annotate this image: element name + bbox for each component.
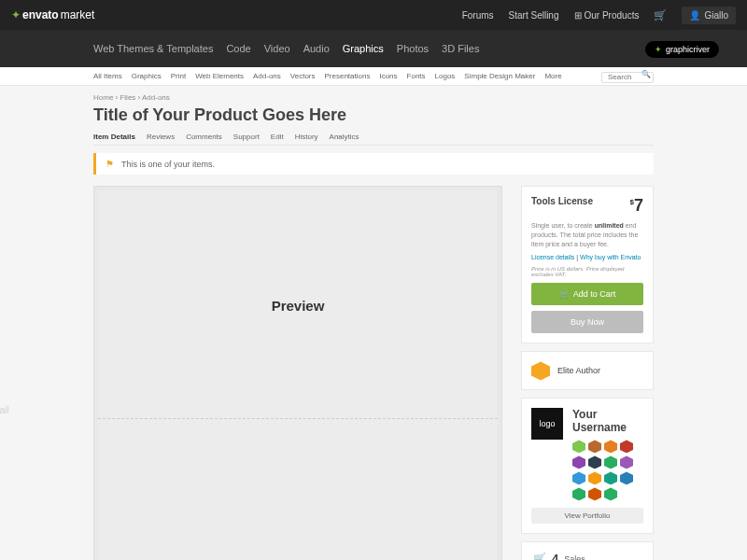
tab-edit[interactable]: Edit [271, 133, 284, 145]
author-username[interactable]: Your Username [572, 408, 643, 434]
breadcrumb-home[interactable]: Home [93, 93, 113, 102]
achievement-badge-14 [604, 487, 617, 500]
thumbnail-note: Preview Thumbnail Limit 590px x 590px [0, 404, 11, 441]
nav-video[interactable]: Video [264, 43, 290, 54]
preview-label: Preview [272, 298, 325, 314]
tab-analytics[interactable]: Analytics [330, 133, 359, 145]
price: $7 [630, 196, 643, 216]
tab-support[interactable]: Support [233, 133, 260, 145]
achievement-badge-11 [620, 471, 633, 484]
cart-icon: 🛒 [533, 553, 546, 560]
achievement-badge-5 [588, 455, 601, 469]
achievement-badge-12 [572, 487, 585, 500]
user-menu[interactable]: 👤 Giallo [682, 7, 736, 24]
search-icon[interactable]: 🔍 [641, 70, 651, 78]
subnav-graphics[interactable]: Graphics [132, 72, 162, 80]
achievement-badge-1 [588, 440, 601, 453]
achievement-badge-8 [572, 471, 585, 484]
graphicriver-badge: ✦ graphicriver [645, 41, 719, 58]
alert-text: This is one of your items. [121, 160, 215, 169]
achievement-badge-13 [588, 487, 601, 500]
achievement-badge-0 [572, 440, 585, 453]
forums-link[interactable]: Forums [462, 10, 494, 21]
subnav-presentations[interactable]: Presentations [325, 72, 371, 80]
subnav-all-items[interactable]: All Items [93, 72, 122, 80]
license-details-link[interactable]: License details [531, 254, 574, 260]
achievement-badge-2 [604, 440, 617, 453]
breadcrumb-add-ons[interactable]: Add-ons [142, 93, 170, 102]
logo-sub: market [61, 8, 95, 21]
subnav-icons[interactable]: Icons [379, 72, 397, 80]
tab-comments[interactable]: Comments [186, 133, 222, 145]
tab-history[interactable]: History [295, 133, 318, 145]
sales-stat: 🛒 4 Sales [531, 546, 643, 560]
achievement-badge-9 [588, 471, 601, 484]
our-products-link[interactable]: ⊞Our Products [574, 10, 640, 21]
nav-graphics[interactable]: Graphics [343, 43, 384, 54]
leaf-icon: ✦ [11, 8, 21, 21]
leaf-icon: ✦ [655, 45, 662, 54]
achievement-badge-7 [620, 455, 633, 469]
subnav-logos[interactable]: Logos [435, 72, 456, 80]
achievement-badge-10 [604, 471, 617, 484]
subnav-vectors[interactable]: Vectors [290, 72, 316, 80]
buy-now-button[interactable]: Buy Now [531, 311, 643, 333]
author-avatar[interactable]: logo [531, 408, 563, 440]
breadcrumb: Home › Files › Add-ons [93, 93, 654, 102]
nav-photos[interactable]: Photos [397, 43, 429, 54]
logo-brand: envato [22, 8, 59, 21]
subnav-add-ons[interactable]: Add-ons [253, 72, 281, 80]
license-description: Single user, to create unlimited end pro… [531, 221, 643, 248]
alert-banner: ⚑ This is one of your items. [93, 153, 654, 175]
why-buy-link[interactable]: Why buy with Envato [580, 254, 641, 260]
achievement-badge-4 [572, 455, 585, 469]
subnav-fonts[interactable]: Fonts [407, 72, 426, 80]
nav-web-themes-templates[interactable]: Web Themes & Templates [93, 43, 213, 54]
user-name: Giallo [704, 10, 728, 21]
nav--d-files[interactable]: 3D Files [442, 43, 479, 54]
achievement-badge-3 [620, 440, 633, 453]
cart-icon[interactable]: 🛒 [654, 9, 667, 21]
tab-item-details[interactable]: Item Details [93, 133, 135, 145]
start-selling-link[interactable]: Start Selling [509, 10, 559, 21]
author-badge-icon [531, 361, 550, 380]
page-title: Title of Your Product Goes Here [93, 105, 654, 125]
subnav-print[interactable]: Print [171, 72, 186, 80]
flag-icon: ⚑ [106, 159, 114, 169]
author-level-card: Elite Author [521, 351, 654, 390]
add-to-cart-button[interactable]: 🛒 Add to Cart [531, 283, 643, 305]
subnav-more[interactable]: More [544, 72, 561, 80]
user-icon: 👤 [689, 10, 700, 21]
view-portfolio-button[interactable]: View Portfolio [531, 508, 643, 524]
stats-card: 🛒 4 Sales 💬 6 Comments Item Rating: Mini… [521, 541, 654, 560]
author-card: logo Your Username View Portfolio [521, 398, 654, 534]
author-level: Elite Author [557, 366, 600, 375]
license-title: Tools License [531, 196, 593, 206]
price-disclaimer: Price is in US dollars. Price displayed … [531, 266, 643, 277]
nav-audio[interactable]: Audio [303, 43, 330, 54]
subnav-simple-design-maker[interactable]: Simple Design Maker [464, 72, 535, 80]
license-card: Tools License $7 Single user, to create … [521, 186, 654, 343]
achievement-badge-6 [604, 455, 617, 469]
subnav-web-elements[interactable]: Web Elements [195, 72, 244, 80]
cart-icon: 🛒 [559, 289, 570, 299]
preview-box: Preview [93, 186, 502, 560]
breadcrumb-files[interactable]: Files [120, 93, 135, 102]
tab-reviews[interactable]: Reviews [147, 133, 175, 145]
logo[interactable]: ✦ envatomarket [11, 8, 94, 21]
nav-code[interactable]: Code [226, 43, 250, 54]
